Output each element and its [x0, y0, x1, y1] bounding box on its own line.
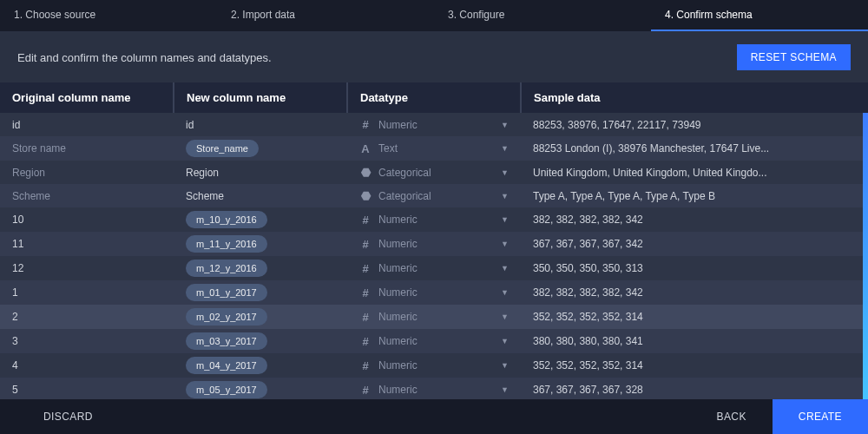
- column-name-chip[interactable]: m_10_y_2016: [186, 211, 267, 228]
- datatype-cell[interactable]: #Numeric▼: [347, 256, 521, 280]
- numeric-icon: #: [359, 384, 372, 397]
- sample-data-cell: 382, 382, 382, 382, 342: [521, 207, 868, 232]
- table-row[interactable]: 3m_03_y_2017#Numeric▼380, 380, 380, 380,…: [0, 329, 868, 353]
- table-row[interactable]: idid#Numeric▼88253, 38976, 17647, 22117,…: [0, 113, 868, 136]
- scrollbar[interactable]: [863, 113, 868, 399]
- wizard-step-2[interactable]: 2. Import data: [217, 0, 434, 31]
- sample-data-cell: 88253 London (I), 38976 Manchester, 1764…: [521, 136, 868, 161]
- categorical-icon: ⬣: [359, 189, 372, 202]
- table-row[interactable]: 10m_10_y_2016#Numeric▼382, 382, 382, 382…: [0, 207, 868, 232]
- header-sample[interactable]: Sample data: [521, 82, 868, 113]
- new-column-cell[interactable]: id: [174, 113, 347, 136]
- numeric-icon: #: [359, 286, 372, 299]
- column-name-chip[interactable]: m_01_y_2017: [186, 284, 267, 301]
- discard-button[interactable]: DISCARD: [17, 399, 119, 434]
- original-column-cell: 11: [0, 232, 174, 256]
- table-row[interactable]: 12m_12_y_2016#Numeric▼350, 350, 350, 350…: [0, 256, 868, 280]
- sample-data-cell: 350, 350, 350, 350, 313: [521, 256, 868, 280]
- header-new[interactable]: New column name: [174, 82, 347, 113]
- table-row[interactable]: Store nameStore_nameAText▼88253 London (…: [0, 136, 868, 161]
- create-button[interactable]: CREATE: [773, 399, 868, 434]
- original-column-cell: 2: [0, 305, 174, 329]
- new-column-cell[interactable]: Scheme: [174, 184, 347, 207]
- datatype-cell[interactable]: #Numeric▼: [347, 329, 521, 353]
- sample-data-cell: Type A, Type A, Type A, Type A, Type B: [521, 184, 868, 207]
- original-column-cell: 4: [0, 353, 174, 378]
- reset-schema-button[interactable]: RESET SCHEMA: [737, 44, 851, 70]
- column-name-chip[interactable]: Store_name: [186, 140, 259, 157]
- table-row[interactable]: RegionRegion⬣Categorical▼United Kingdom,…: [0, 161, 868, 184]
- new-column-cell[interactable]: m_03_y_2017: [174, 329, 347, 353]
- datatype-label: Numeric: [378, 335, 418, 347]
- datatype-label: Numeric: [378, 262, 418, 274]
- chevron-down-icon: ▼: [501, 215, 509, 224]
- datatype-label: Numeric: [378, 286, 418, 299]
- categorical-icon: ⬣: [359, 166, 372, 179]
- table-row[interactable]: SchemeScheme⬣Categorical▼Type A, Type A,…: [0, 184, 868, 207]
- column-name-chip[interactable]: m_04_y_2017: [186, 357, 267, 374]
- sample-data-cell: 382, 382, 382, 382, 342: [521, 280, 868, 305]
- datatype-cell[interactable]: #Numeric▼: [347, 207, 521, 232]
- wizard-step-4[interactable]: 4. Confirm schema: [651, 0, 868, 31]
- original-column-cell: Scheme: [0, 184, 174, 207]
- new-column-cell[interactable]: m_12_y_2016: [174, 256, 347, 280]
- numeric-icon: #: [359, 118, 372, 131]
- datatype-cell[interactable]: #Numeric▼: [347, 353, 521, 378]
- footer: DISCARD BACK CREATE: [0, 399, 868, 434]
- datatype-cell[interactable]: #Numeric▼: [347, 305, 521, 329]
- new-column-cell[interactable]: m_10_y_2016: [174, 207, 347, 232]
- original-column-cell: 3: [0, 329, 174, 353]
- datatype-cell[interactable]: AText▼: [347, 136, 521, 161]
- datatype-cell[interactable]: ⬣Categorical▼: [347, 184, 521, 207]
- toolbar: Edit and confirm the column names and da…: [0, 32, 868, 82]
- datatype-cell[interactable]: #Numeric▼: [347, 113, 521, 136]
- new-column-cell[interactable]: m_02_y_2017: [174, 305, 347, 329]
- wizard-steps: 1. Choose source2. Import data3. Configu…: [0, 0, 868, 32]
- new-column-cell[interactable]: Region: [174, 161, 347, 184]
- table-row[interactable]: 4m_04_y_2017#Numeric▼352, 352, 352, 352,…: [0, 353, 868, 378]
- schema-table: Original column name New column name Dat…: [0, 82, 868, 399]
- text-icon: A: [359, 142, 372, 155]
- new-column-cell[interactable]: m_05_y_2017: [174, 378, 347, 399]
- column-name-chip[interactable]: m_02_y_2017: [186, 308, 267, 326]
- column-name-chip[interactable]: m_05_y_2017: [186, 381, 267, 398]
- numeric-icon: #: [359, 359, 372, 372]
- column-name-chip[interactable]: m_11_y_2016: [186, 235, 267, 253]
- new-column-cell[interactable]: m_11_y_2016: [174, 232, 347, 256]
- header-datatype[interactable]: Datatype: [347, 82, 521, 113]
- original-column-cell: Region: [0, 161, 174, 184]
- new-column-cell[interactable]: Store_name: [174, 136, 347, 161]
- table-row[interactable]: 2m_02_y_2017#Numeric▼352, 352, 352, 352,…: [0, 305, 868, 329]
- wizard-step-1[interactable]: 1. Choose source: [0, 0, 217, 31]
- back-button[interactable]: BACK: [691, 399, 773, 434]
- sample-data-cell: United Kingdom, United Kingdom, United K…: [521, 161, 868, 184]
- column-name-chip[interactable]: m_12_y_2016: [186, 260, 267, 277]
- toolbar-description: Edit and confirm the column names and da…: [17, 51, 272, 64]
- original-column-cell: 10: [0, 207, 174, 232]
- new-column-cell[interactable]: m_04_y_2017: [174, 353, 347, 378]
- datatype-label: Numeric: [378, 119, 418, 131]
- chevron-down-icon: ▼: [501, 312, 509, 321]
- header-original[interactable]: Original column name: [0, 82, 174, 113]
- table-row[interactable]: 1m_01_y_2017#Numeric▼382, 382, 382, 382,…: [0, 280, 868, 305]
- numeric-icon: #: [359, 238, 372, 251]
- sample-data-cell: 367, 367, 367, 367, 342: [521, 232, 868, 256]
- table-row[interactable]: 11m_11_y_2016#Numeric▼367, 367, 367, 367…: [0, 232, 868, 256]
- original-column-cell: Store name: [0, 136, 174, 161]
- datatype-cell[interactable]: #Numeric▼: [347, 280, 521, 305]
- datatype-cell[interactable]: ⬣Categorical▼: [347, 161, 521, 184]
- wizard-step-3[interactable]: 3. Configure: [434, 0, 651, 31]
- table-row[interactable]: 5m_05_y_2017#Numeric▼367, 367, 367, 367,…: [0, 378, 868, 399]
- datatype-cell[interactable]: #Numeric▼: [347, 232, 521, 256]
- chevron-down-icon: ▼: [501, 385, 509, 394]
- datatype-cell[interactable]: #Numeric▼: [347, 378, 521, 399]
- sample-data-cell: 88253, 38976, 17647, 22117, 73949: [521, 113, 868, 136]
- chevron-down-icon: ▼: [501, 337, 509, 345]
- original-column-cell: 1: [0, 280, 174, 305]
- chevron-down-icon: ▼: [501, 144, 509, 153]
- column-name-chip[interactable]: m_03_y_2017: [186, 332, 267, 350]
- new-column-cell[interactable]: m_01_y_2017: [174, 280, 347, 305]
- numeric-icon: #: [359, 311, 372, 324]
- chevron-down-icon: ▼: [501, 121, 509, 129]
- datatype-label: Numeric: [378, 214, 418, 226]
